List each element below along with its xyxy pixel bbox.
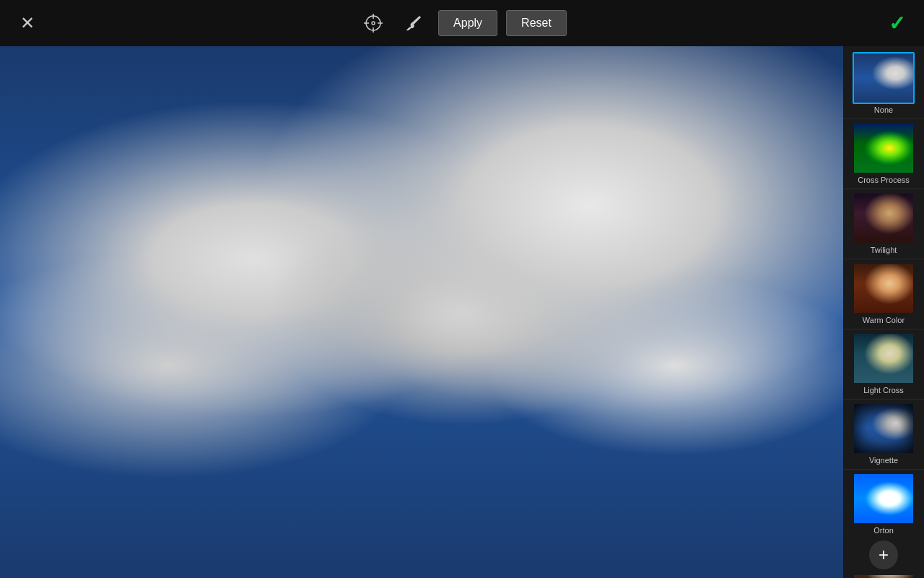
- filter-item-cross-process[interactable]: Cross Process: [843, 119, 924, 189]
- photo-canvas-area: [0, 46, 843, 578]
- filter-preview-light-cross: [854, 334, 913, 383]
- filter-preview-cross-process: [854, 124, 913, 173]
- filter-item-none[interactable]: None: [843, 49, 924, 119]
- filter-item-warm-color[interactable]: Warm Color: [843, 259, 924, 329]
- crosshair-tool-icon[interactable]: [357, 7, 389, 39]
- filter-thumb-cross-process: [853, 122, 915, 174]
- filter-thumb-orton: [853, 473, 915, 525]
- close-icon: ✕: [20, 13, 35, 33]
- toolbar-center: Apply Reset: [357, 7, 567, 39]
- apply-button[interactable]: Apply: [438, 10, 497, 36]
- filter-sidebar[interactable]: None Cross Process Twilight Warm Color L…: [843, 46, 924, 578]
- checkmark-icon: ✓: [889, 12, 905, 35]
- filter-thumb-warm-color: [853, 262, 915, 314]
- close-button[interactable]: ✕: [12, 7, 43, 39]
- toolbar-left: ✕: [12, 7, 43, 39]
- toolbar-right: ✓: [881, 7, 912, 39]
- photo-image: [0, 46, 843, 578]
- confirm-button[interactable]: ✓: [881, 7, 912, 39]
- filter-preview-vignette: [854, 404, 913, 453]
- filter-thumb-none: [853, 52, 915, 104]
- svg-point-5: [372, 22, 375, 25]
- filter-thumb-twilight: [853, 192, 915, 244]
- filter-item-light-cross[interactable]: Light Cross: [843, 329, 924, 400]
- reset-button[interactable]: Reset: [506, 10, 567, 36]
- filter-label-twilight: Twilight: [871, 246, 897, 256]
- photo-canvas: [0, 46, 843, 578]
- add-filter-button[interactable]: +: [869, 540, 898, 569]
- filter-label-none: None: [874, 105, 893, 116]
- filter-preview-warm-color: [854, 264, 913, 313]
- add-filter-container: +: [843, 535, 924, 575]
- filter-label-cross-process: Cross Process: [858, 176, 910, 186]
- filter-item-twilight[interactable]: Twilight: [843, 189, 924, 259]
- filter-label-vignette: Vignette: [869, 456, 898, 466]
- filter-label-light-cross: Light Cross: [863, 386, 904, 396]
- filter-item-vignette[interactable]: Vignette: [843, 400, 924, 470]
- filter-thumb-vignette: [853, 402, 915, 454]
- filter-thumb-light-cross: [853, 332, 915, 384]
- filter-preview-twilight: [854, 194, 913, 243]
- filter-item-orton[interactable]: Orton: [843, 470, 924, 540]
- filter-label-warm-color: Warm Color: [863, 316, 905, 326]
- filter-preview-orton: [854, 474, 913, 523]
- toolbar: ✕ Apply Reset ✓: [0, 0, 924, 46]
- filter-preview-none: [854, 53, 913, 103]
- brush-tool-icon[interactable]: [398, 7, 430, 39]
